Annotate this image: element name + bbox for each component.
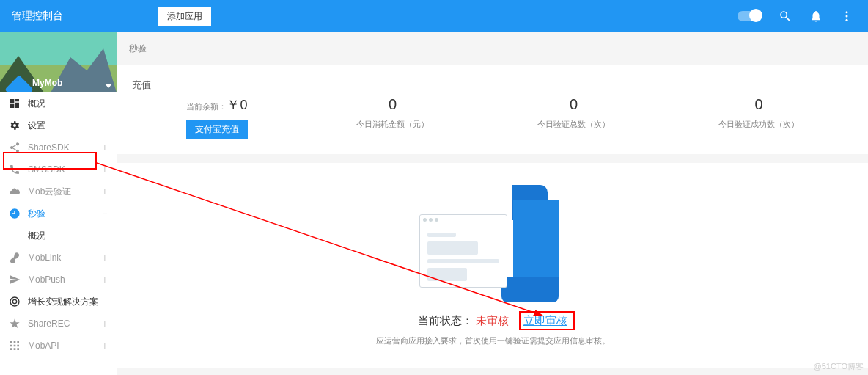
svg-point-2 — [846, 19, 848, 21]
chevron-down-icon — [105, 84, 112, 88]
sidebar-item-sharerec[interactable]: ShareREC+ — [0, 313, 117, 335]
stat-value: 0 — [389, 96, 397, 113]
sidebar-item-smssdk[interactable]: SMSSDK+ — [0, 159, 117, 181]
recharge-panel: 充值 当前余额：￥0 支付宝充值 0 今日消耗金额（元） 0 今日验证总数（次）… — [117, 65, 868, 154]
stat-label: 今日验证总数（次） — [537, 119, 610, 130]
brand-name: MyMob — [32, 78, 62, 88]
stat-value: 0 — [570, 96, 578, 113]
watermark: @51CTO博客 — [814, 361, 864, 372]
sidebar-item-mobcloud[interactable]: Mob云验证+ — [0, 181, 117, 203]
add-app-button[interactable]: 添加应用 — [158, 7, 211, 26]
expand-icon: + — [102, 186, 108, 197]
cloud-icon — [9, 186, 21, 197]
stat-label: 今日验证成功数（次） — [718, 119, 799, 130]
link-icon — [9, 252, 21, 263]
clock-icon — [9, 208, 21, 219]
grid-icon — [9, 340, 21, 352]
stat-success: 0 今日验证成功数（次） — [718, 96, 799, 130]
expand-icon: + — [102, 318, 108, 330]
bell-icon[interactable] — [809, 10, 823, 23]
expand-icon: + — [102, 252, 108, 263]
collapse-icon: − — [102, 208, 108, 219]
sidebar-item-settings[interactable]: 设置 — [0, 114, 117, 136]
sidebar-subitem-overview[interactable]: 概况 — [0, 225, 117, 247]
sidebar-item-overview[interactable]: 概况 — [0, 92, 117, 114]
app-header: 管理控制台 添加应用 — [0, 0, 868, 32]
target-icon — [9, 296, 21, 307]
status-value: 未审核 — [476, 314, 509, 328]
share-icon — [9, 142, 21, 153]
header-toggle[interactable] — [738, 11, 761, 21]
dashboard-icon — [9, 98, 21, 109]
review-now-link[interactable]: 立即审核 — [523, 314, 567, 328]
stat-label: 今日消耗金额（元） — [356, 119, 429, 130]
sidebar-item-sharesdk[interactable]: ShareSDK+ — [0, 136, 117, 159]
status-note: 应运营商应用接入要求，首次使用一键验证需提交应用信息审核。 — [376, 335, 610, 346]
balance-value: ￥0 — [227, 98, 247, 112]
gear-icon — [9, 120, 21, 131]
expand-icon: + — [102, 164, 108, 175]
sidebar-item-moblink[interactable]: MobLink+ — [0, 247, 117, 269]
recharge-title: 充值 — [132, 79, 853, 92]
breadcrumb: 秒验 — [117, 32, 868, 65]
svg-point-1 — [846, 15, 848, 18]
empty-state-panel: 当前状态： 未审核 立即审核 应运营商应用接入要求，首次使用一键验证需提交应用信… — [117, 163, 868, 368]
balance-block: 当前余额：￥0 支付宝充值 — [186, 96, 248, 139]
send-icon — [9, 274, 21, 285]
main-content: 秒验 充值 当前余额：￥0 支付宝充值 0 今日消耗金额（元） 0 今日验证总数… — [117, 32, 868, 375]
sidebar-item-secverify[interactable]: 秒验− — [0, 203, 117, 225]
sidebar-item-growth[interactable]: 增长变现解决方案 — [0, 291, 117, 313]
expand-icon: + — [102, 340, 108, 352]
more-icon[interactable] — [840, 10, 853, 23]
search-icon[interactable] — [779, 10, 792, 23]
brand-logo-icon — [4, 75, 34, 92]
expand-icon: + — [102, 142, 108, 153]
stat-spend: 0 今日消耗金额（元） — [356, 96, 429, 130]
app-title: 管理控制台 — [12, 10, 63, 23]
sidebar-item-mobpush[interactable]: MobPush+ — [0, 269, 117, 291]
empty-illustration — [419, 185, 566, 302]
expand-icon: + — [102, 274, 108, 285]
stat-value: 0 — [754, 96, 762, 113]
svg-point-0 — [846, 11, 848, 13]
status-prefix: 当前状态： — [418, 314, 473, 328]
status-row: 当前状态： 未审核 立即审核 — [418, 314, 567, 328]
sidebar: MyMob 概况 设置 ShareSDK+ SMSSDK+ Mob云验 — [0, 32, 117, 375]
brand-banner[interactable]: MyMob — [0, 32, 117, 92]
balance-label: 当前余额： — [186, 102, 227, 111]
phone-icon — [9, 164, 21, 175]
star-icon — [9, 318, 21, 330]
sidebar-item-mobapi[interactable]: MobAPI+ — [0, 335, 117, 357]
stat-total: 0 今日验证总数（次） — [537, 96, 610, 130]
alipay-recharge-button[interactable]: 支付宝充值 — [186, 120, 248, 139]
